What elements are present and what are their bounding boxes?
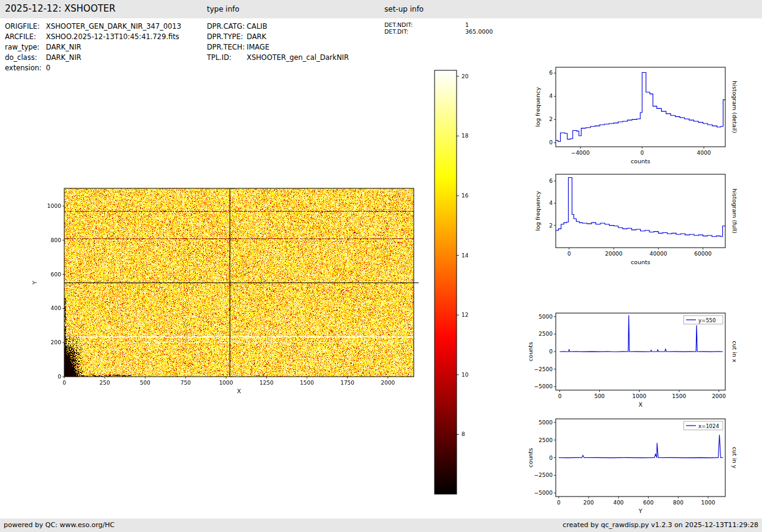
info-row: ARCFILE:XSHOO.2025-12-13T10:45:41.729.fi… [5,32,181,42]
svg-text:0: 0 [62,380,66,386]
rawtype-value: DARK_NIR [46,43,81,51]
svg-text:−5000: −5000 [534,383,553,390]
svg-text:400: 400 [51,305,61,311]
footer-left-text: powered by QC: www.eso.org/HC [4,521,114,529]
svg-text:−5000: −5000 [534,490,553,496]
svg-text:−2500: −2500 [534,472,553,478]
svg-text:60000: 60000 [694,251,712,257]
dpr-catg-label: DPR.CATG: [207,21,247,32]
doclass-value: DARK_NIR [46,53,81,62]
svg-text:6: 6 [549,70,553,76]
svg-text:0: 0 [558,393,562,399]
svg-text:−4000: −4000 [571,150,590,156]
info-row: DET.DIT:365.0000 [384,28,493,35]
qc-report-page: 2025-12-12: XSHOOTER type info set-up in… [0,0,762,532]
type-info-block: DPR.CATG:CALIB DPR.TYPE:DARK DPR.TECH:IM… [207,21,349,63]
cut-in-x-chart: 0500100015002000500025000−2500−5000Xcoun… [526,309,759,416]
svg-text:16: 16 [461,193,469,199]
svg-text:histogram (detail): histogram (detail) [731,81,738,133]
svg-text:log frequency: log frequency [534,87,541,127]
info-row: TPL.ID:XSHOOTER_gen_cal_DarkNIR [207,53,349,63]
svg-text:6: 6 [549,178,553,184]
origfile-value: XSHOOTER_GEN_DARK_NIR_347_0013 [46,22,181,31]
svg-text:800: 800 [673,500,684,506]
svg-text:2500: 2500 [539,331,553,337]
type-info-heading: type info [207,5,239,13]
dpr-catg-value: CALIB [247,22,267,31]
svg-text:250: 250 [99,380,110,386]
svg-text:cut in y: cut in y [731,447,738,469]
file-info-block: ORIGFILE:XSHOOTER_GEN_DARK_NIR_347_0013 … [5,21,181,73]
svg-text:2000: 2000 [381,380,395,386]
svg-text:200: 200 [583,500,594,506]
svg-text:log frequency: log frequency [534,191,541,231]
det-dit-value: 365.0000 [465,28,493,35]
setup-info-block: DET.NDIT:1 DET.DIT:365.0000 [384,21,493,35]
svg-text:5000: 5000 [539,314,553,320]
svg-text:400: 400 [613,500,624,506]
dark-frame-heatmap [64,188,414,377]
svg-text:1000: 1000 [632,393,646,399]
svg-text:0: 0 [58,374,61,380]
svg-text:x=1024: x=1024 [698,423,719,429]
svg-text:800: 800 [51,237,61,243]
dpr-tech-label: DPR.TECH: [207,42,247,53]
svg-text:X: X [638,401,643,408]
svg-text:500: 500 [140,380,151,386]
svg-text:20000: 20000 [605,251,622,257]
svg-text:1000: 1000 [47,203,61,209]
page-title: 2025-12-12: XSHOOTER [5,3,116,14]
info-row: ORIGFILE:XSHOOTER_GEN_DARK_NIR_347_0013 [5,21,181,32]
info-row: do_class:DARK_NIR [5,53,181,63]
svg-text:counts: counts [631,158,651,164]
svg-text:4: 4 [549,200,553,206]
svg-text:40000: 40000 [649,251,667,257]
svg-text:1000: 1000 [219,380,233,386]
svg-text:0: 0 [557,500,561,506]
svg-text:500: 500 [594,393,605,399]
svg-text:Y: Y [638,508,643,514]
svg-text:histogram (full): histogram (full) [731,188,738,233]
svg-text:20: 20 [461,73,469,79]
info-row: extension:0 [5,63,181,73]
dpr-tech-value: IMAGE [247,43,269,51]
svg-text:200: 200 [51,339,61,345]
arcfile-label: ARCFILE: [5,32,46,42]
svg-text:0: 0 [567,251,571,257]
info-row: DET.NDIT:1 [384,21,493,28]
svg-text:600: 600 [643,500,654,506]
svg-text:0: 0 [549,139,553,146]
header-bar: 2025-12-12: XSHOOTER type info set-up in… [0,0,762,18]
extension-label: extension: [5,63,46,73]
info-row: raw_type:DARK_NIR [5,42,181,53]
footer-bar: powered by QC: www.eso.org/HC created by… [0,519,762,532]
det-ndit-value: 1 [465,21,469,28]
histogram-full-chart: 0200004000060000246countslog frequencyhi… [526,170,759,277]
setup-info-heading: set-up info [384,5,424,13]
svg-text:8: 8 [461,431,465,437]
svg-text:18: 18 [461,133,469,139]
svg-text:cut in x: cut in x [731,341,738,363]
det-ndit-label: DET.NDIT: [384,21,465,28]
svg-text:0: 0 [640,150,644,156]
svg-text:X: X [237,388,241,394]
svg-text:600: 600 [51,272,61,278]
svg-text:y=550: y=550 [698,317,715,323]
svg-text:counts: counts [527,448,534,468]
svg-text:Y: Y [31,281,38,285]
svg-text:10: 10 [461,372,469,378]
svg-text:1250: 1250 [260,380,274,386]
cut-in-y-chart: 02004006008001000500025000−2500−5000Ycou… [526,415,759,522]
svg-text:counts: counts [527,342,534,361]
svg-text:2500: 2500 [539,437,553,443]
svg-text:12: 12 [461,312,468,318]
extension-value: 0 [46,64,50,72]
rawtype-label: raw_type: [5,42,46,53]
svg-text:1750: 1750 [340,380,354,386]
svg-text:1500: 1500 [672,393,686,399]
tpl-id-value: XSHOOTER_gen_cal_DarkNIR [247,53,349,62]
origfile-label: ORIGFILE: [5,21,46,32]
svg-text:4000: 4000 [697,150,711,156]
colorbar: 8101214161820 [428,64,496,511]
svg-text:0: 0 [549,349,553,355]
